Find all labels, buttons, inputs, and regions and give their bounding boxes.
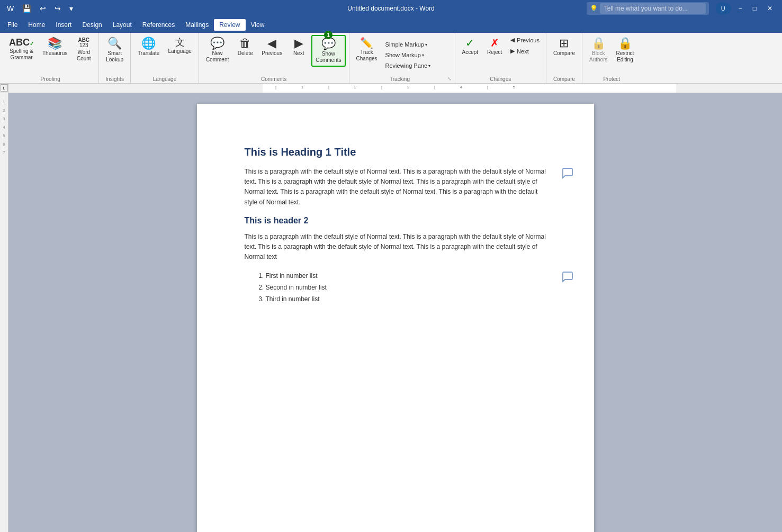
comment-icon-2[interactable]: [561, 270, 574, 285]
ruler-mark-5: 5: [0, 131, 8, 140]
ruler-mark-6: 6: [0, 140, 8, 148]
simple-markup-button[interactable]: Simple Markup ▾: [382, 40, 434, 49]
delete-icon: 🗑: [239, 38, 251, 49]
window-controls: − □ ✕: [733, 3, 778, 14]
ribbon-group-protect: 🔒 BlockAuthors 🔒 RestrictEditing Protect: [582, 33, 641, 83]
close-button[interactable]: ✕: [762, 3, 778, 14]
qat-more-button[interactable]: ▾: [67, 3, 76, 14]
insights-buttons: 🔍 SmartLookup: [102, 35, 127, 75]
smart-lookup-button[interactable]: 🔍 SmartLookup: [102, 35, 127, 66]
smart-lookup-icon: 🔍: [107, 38, 122, 49]
ruler-mark-1: 1: [0, 97, 8, 106]
spelling-grammar-button[interactable]: ABC✓ Spelling &Grammar: [5, 35, 38, 64]
new-comment-button[interactable]: 💬 NewComment: [202, 35, 232, 66]
language-button[interactable]: 文 Language: [164, 35, 195, 57]
ruler-corner: L: [0, 84, 8, 93]
comment-path-2: [563, 272, 572, 282]
ribbon-group-compare: ⊞ Compare Compare: [546, 33, 582, 83]
previous-comment-button[interactable]: ◀ Previous: [258, 35, 286, 59]
list-item-2: Second in number list: [266, 282, 546, 294]
ribbon: ABC✓ Spelling &Grammar 📚 Thesaurus ABC 1…: [0, 33, 782, 84]
menu-references[interactable]: References: [137, 19, 180, 31]
translate-icon: 🌐: [141, 38, 156, 49]
thesaurus-label: Thesaurus: [42, 50, 67, 57]
menu-layout[interactable]: Layout: [107, 19, 137, 31]
delete-label: Delete: [238, 50, 253, 57]
ribbon-group-insights: 🔍 SmartLookup Insights: [99, 33, 131, 83]
tell-me-wrapper: 💡: [587, 2, 709, 15]
show-markup-arrow: ▾: [422, 53, 424, 58]
reviewing-pane-button[interactable]: Reviewing Pane ▾: [382, 61, 434, 70]
block-authors-label: BlockAuthors: [589, 50, 607, 63]
list-item-1: First in number list: [266, 270, 546, 282]
list-item-3: Third in number list: [266, 294, 546, 305]
next-change-button[interactable]: ▶ Next: [507, 46, 543, 56]
redo-button[interactable]: ↪: [52, 3, 64, 14]
ruler-mark-4: 4: [0, 123, 8, 131]
next-label: Next: [293, 50, 304, 57]
tracking-expand-icon[interactable]: ⤡: [447, 76, 452, 82]
word-icon[interactable]: W: [4, 3, 16, 14]
new-comment-label: NewComment: [206, 50, 229, 63]
comment-icon-1[interactable]: [561, 167, 574, 182]
restrict-editing-button[interactable]: 🔒 RestrictEditing: [613, 35, 638, 66]
ribbon-group-changes: ✓ Accept ✗ Reject ◀ Previous ▶ Next Chan…: [455, 33, 546, 83]
show-comments-wrapper: 💬 ShowComments 1: [311, 35, 345, 67]
menu-design[interactable]: Design: [77, 19, 107, 31]
simple-markup-label: Simple Markup: [385, 41, 424, 48]
comment-path-1: [563, 168, 572, 178]
tracking-group-label: Tracking: [353, 75, 447, 82]
undo-button[interactable]: ↩: [37, 3, 49, 14]
track-changes-button[interactable]: ✏️ TrackChanges: [353, 35, 381, 75]
menu-review[interactable]: Review: [214, 19, 245, 31]
block-authors-icon: 🔒: [591, 38, 606, 49]
previous-change-button[interactable]: ◀ Previous: [507, 35, 543, 45]
accept-label: Accept: [462, 49, 479, 56]
track-changes-icon: ✏️: [360, 38, 373, 48]
ribbon-group-proofing: ABC✓ Spelling &Grammar 📚 Thesaurus ABC 1…: [2, 33, 99, 83]
change-nav-buttons: ◀ Previous ▶ Next: [507, 35, 543, 56]
language-icon: 文: [175, 38, 185, 47]
save-button[interactable]: 💾: [20, 3, 34, 14]
ruler-corner-btn[interactable]: L: [1, 84, 8, 92]
document-title: Untitled document.docx - Word: [347, 5, 435, 12]
list-section: First in number list Second in number li…: [245, 270, 546, 305]
show-markup-button[interactable]: Show Markup ▾: [382, 50, 434, 60]
compare-icon: ⊞: [559, 38, 569, 49]
menu-insert[interactable]: Insert: [50, 19, 77, 31]
restrict-editing-icon: 🔒: [618, 38, 632, 49]
ruler-marks: | 1 | 2 | 3 | 4 | 5: [263, 85, 527, 89]
block-authors-button[interactable]: 🔒 BlockAuthors: [586, 35, 611, 66]
word-count-button[interactable]: ABC 123 WordCount: [72, 35, 95, 65]
thesaurus-button[interactable]: 📚 Thesaurus: [39, 35, 71, 59]
restore-button[interactable]: □: [748, 3, 762, 14]
reject-button[interactable]: ✗ Reject: [483, 35, 506, 58]
compare-button[interactable]: ⊞ Compare: [550, 35, 579, 59]
word-count-label: WordCount: [77, 49, 91, 62]
tell-me-input[interactable]: [600, 3, 706, 14]
compare-group-label: Compare: [550, 75, 579, 82]
translate-button[interactable]: 🌐 Translate: [134, 35, 163, 59]
minimize-button[interactable]: −: [733, 3, 748, 14]
show-comments-button[interactable]: 💬 ShowComments: [311, 35, 345, 67]
menu-file[interactable]: File: [2, 19, 23, 31]
menu-home[interactable]: Home: [23, 19, 50, 31]
language-label: Language: [168, 48, 192, 55]
document-page[interactable]: This is Heading 1 Title This is a paragr…: [197, 104, 594, 532]
ruler-mark-7: 7: [0, 148, 8, 157]
menu-mailings[interactable]: Mailings: [180, 19, 214, 31]
document-area[interactable]: This is Heading 1 Title This is a paragr…: [8, 93, 782, 532]
previous-change-label: Previous: [517, 37, 540, 43]
accept-button[interactable]: ✓ Accept: [459, 35, 482, 58]
new-comment-icon: 💬: [210, 38, 224, 49]
show-comments-label: ShowComments: [316, 51, 341, 64]
spelling-icon: ABC✓: [9, 38, 34, 47]
tracking-buttons: ✏️ TrackChanges Simple Markup ▾ Show Mar…: [353, 35, 434, 75]
menu-view[interactable]: View: [246, 19, 270, 31]
comment-svg-2: [561, 270, 574, 283]
reject-label: Reject: [487, 49, 502, 56]
next-comment-button[interactable]: ▶ Next: [287, 35, 310, 59]
simple-markup-arrow: ▾: [425, 42, 427, 47]
paragraph2: This is a paragraph with the default sty…: [245, 232, 546, 263]
delete-comment-button[interactable]: 🗑 Delete: [233, 35, 257, 59]
